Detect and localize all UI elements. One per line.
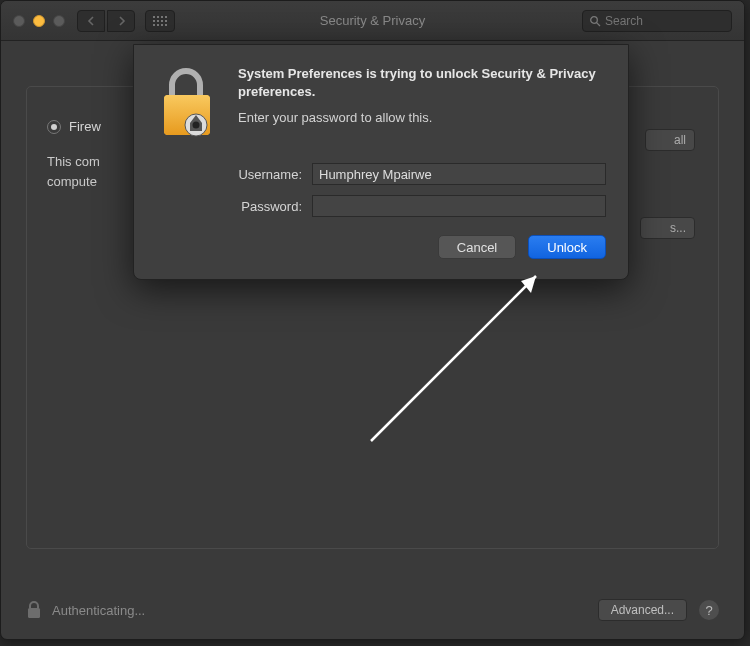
- close-window-button[interactable]: [13, 15, 25, 27]
- svg-line-1: [597, 23, 600, 26]
- titlebar: Security & Privacy: [1, 1, 744, 41]
- system-preferences-window: Security & Privacy all s... Firew This c…: [0, 0, 745, 640]
- chevron-right-icon: [117, 16, 126, 26]
- svg-point-0: [591, 17, 598, 24]
- dialog-title: System Preferences is trying to unlock S…: [238, 65, 606, 100]
- unlock-button[interactable]: Unlock: [528, 235, 606, 259]
- auth-status: Authenticating...: [52, 603, 145, 618]
- radio-icon: [47, 120, 61, 134]
- password-label: Password:: [154, 199, 312, 214]
- dialog-subtitle: Enter your password to allow this.: [238, 110, 606, 125]
- search-icon: [589, 15, 601, 27]
- lock-artwork-icon: [154, 65, 220, 145]
- auth-dialog: System Preferences is trying to unlock S…: [133, 44, 629, 280]
- help-button[interactable]: ?: [699, 600, 719, 620]
- lock-icon[interactable]: [26, 600, 42, 620]
- password-input[interactable]: [312, 195, 606, 217]
- firewall-radio-label: Firew: [69, 119, 101, 134]
- forward-button[interactable]: [107, 10, 135, 32]
- nav-buttons: [77, 10, 135, 32]
- svg-rect-2: [28, 608, 40, 618]
- back-button[interactable]: [77, 10, 105, 32]
- svg-point-7: [193, 122, 200, 129]
- window-controls: [13, 15, 65, 27]
- firewall-options-button[interactable]: s...: [640, 217, 695, 239]
- username-input[interactable]: [312, 163, 606, 185]
- footer: Authenticating... Advanced... ?: [26, 599, 719, 621]
- cancel-button[interactable]: Cancel: [438, 235, 516, 259]
- grid-icon: [153, 16, 167, 26]
- chevron-left-icon: [87, 16, 96, 26]
- minimize-window-button[interactable]: [33, 15, 45, 27]
- advanced-button[interactable]: Advanced...: [598, 599, 687, 621]
- search-field[interactable]: [582, 10, 732, 32]
- zoom-window-button[interactable]: [53, 15, 65, 27]
- firewall-toggle-button[interactable]: all: [645, 129, 695, 151]
- username-label: Username:: [154, 167, 312, 182]
- search-input[interactable]: [605, 14, 745, 28]
- show-all-button[interactable]: [145, 10, 175, 32]
